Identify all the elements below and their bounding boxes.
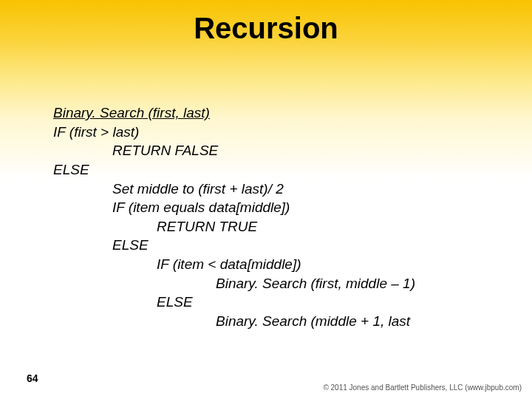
pseudo-line-2: IF (first > last): [53, 123, 502, 142]
pseudo-line-4: ELSE: [53, 160, 502, 180]
pseudo-line-1: Binary. Search (first, last): [53, 103, 502, 123]
pseudo-line-9: IF (item < data[middle]): [53, 255, 502, 274]
pseudo-line-8: ELSE: [53, 236, 502, 255]
pseudo-line-10: Binary. Search (first, middle – 1): [53, 274, 502, 293]
pseudo-line-3: RETURN FALSE: [53, 141, 502, 160]
copyright-text: © 2011 Jones and Bartlett Publishers, LL…: [323, 383, 522, 392]
pseudo-line-5: Set middle to (first + last)/ 2: [53, 180, 502, 199]
pseudo-line-12: Binary. Search (middle + 1, last: [53, 312, 502, 331]
pseudo-line-6: IF (item equals data[middle]): [53, 198, 502, 217]
slide-body: Binary. Search (first, last) IF (first >…: [53, 103, 502, 331]
slide: Recursion Binary. Search (first, last) I…: [0, 0, 532, 399]
pseudo-line-11: ELSE: [53, 293, 502, 312]
page-number: 64: [27, 372, 38, 384]
slide-title: Recursion: [0, 12, 532, 45]
pseudo-line-7: RETURN TRUE: [53, 217, 502, 236]
